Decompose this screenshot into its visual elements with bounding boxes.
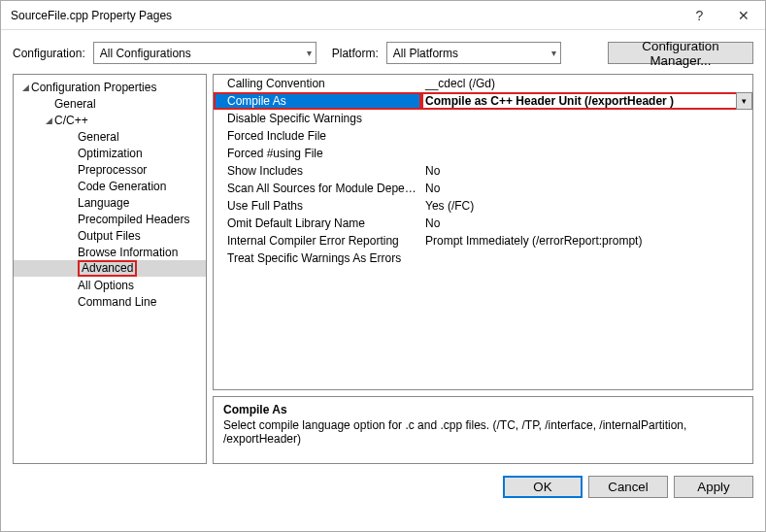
property-label: Treat Specific Warnings As Errors — [214, 251, 421, 265]
footer: OK Cancel Apply — [13, 476, 753, 498]
window-title: SourceFile.cpp Property Pages — [11, 9, 172, 22]
tree-item-label: Precompiled Headers — [78, 213, 189, 226]
property-label: Use Full Paths — [214, 199, 421, 213]
description-panel: Compile As Select compile language optio… — [213, 396, 753, 464]
property-label: Show Includes — [214, 164, 421, 178]
tree-item-label: Optimization — [78, 147, 143, 160]
property-row[interactable]: Forced #using File — [214, 145, 752, 162]
tree-item-label: Preprocessor — [78, 163, 147, 177]
ok-button[interactable]: OK — [503, 476, 583, 498]
property-label: Scan All Sources for Module Dependencies — [214, 182, 421, 195]
tree-item-label: All Options — [78, 279, 134, 292]
titlebar: SourceFile.cpp Property Pages ? ✕ — [1, 1, 765, 30]
tree-item[interactable]: Optimization — [14, 145, 206, 161]
configuration-label: Configuration: — [13, 47, 85, 60]
property-row[interactable]: Calling Convention__cdecl (/Gd) — [214, 75, 752, 92]
property-label: Disable Specific Warnings — [214, 112, 421, 125]
property-row[interactable]: Forced Include File — [214, 127, 752, 145]
property-label: Calling Convention — [214, 77, 421, 90]
description-title: Compile As — [223, 403, 743, 416]
property-value[interactable]: Yes (/FC) — [421, 199, 752, 213]
cancel-button[interactable]: Cancel — [588, 476, 668, 498]
property-label: Forced Include File — [214, 129, 421, 143]
tree-item[interactable]: Precompiled Headers — [14, 211, 206, 227]
property-row[interactable]: Omit Default Library NameNo — [214, 215, 752, 232]
tree-item-label: Language — [78, 196, 129, 210]
chevron-down-icon: ▾ — [548, 48, 556, 58]
tree-item-label: General — [78, 130, 119, 144]
help-button[interactable]: ? — [678, 1, 721, 30]
tree-panel[interactable]: ◢ Configuration Properties General◢C/C++… — [13, 74, 207, 464]
tree-item[interactable]: Command Line — [14, 293, 206, 310]
tree-item-label: General — [54, 97, 96, 111]
tree-item[interactable]: General — [14, 95, 206, 112]
property-value[interactable]: No — [421, 216, 752, 230]
tree-item-label: Code Generation — [78, 180, 166, 193]
apply-button[interactable]: Apply — [674, 476, 753, 498]
chevron-down-icon: ▾ — [742, 96, 747, 106]
property-row[interactable]: Scan All Sources for Module Dependencies… — [214, 180, 752, 197]
property-value[interactable]: Compile as C++ Header Unit (/exportHeade… — [421, 92, 752, 110]
property-row[interactable]: Treat Specific Warnings As Errors — [214, 249, 752, 267]
tree-item[interactable]: Language — [14, 194, 206, 211]
tree-item[interactable]: Browse Information — [14, 244, 206, 260]
tree-root-label: Configuration Properties — [31, 81, 156, 94]
property-value[interactable]: No — [421, 182, 752, 195]
configuration-value: All Configurations — [100, 47, 191, 60]
tree-item[interactable]: All Options — [14, 277, 206, 293]
property-row[interactable]: Show IncludesNo — [214, 162, 752, 180]
property-label: Compile As — [214, 92, 421, 110]
tree-item[interactable]: Preprocessor — [14, 161, 206, 178]
collapse-icon[interactable]: ◢ — [19, 83, 31, 92]
platform-label: Platform: — [332, 47, 379, 60]
tree-item-label: C/C++ — [54, 114, 88, 127]
property-label: Internal Compiler Error Reporting — [214, 234, 421, 248]
property-row[interactable]: Use Full PathsYes (/FC) — [214, 197, 752, 215]
tree-item[interactable]: Output Files — [14, 227, 206, 244]
property-row[interactable]: Internal Compiler Error ReportingPrompt … — [214, 232, 752, 249]
property-grid[interactable]: Calling Convention__cdecl (/Gd)Compile A… — [213, 74, 753, 390]
property-value[interactable]: __cdecl (/Gd) — [421, 77, 752, 90]
tree-item[interactable]: Advanced — [14, 260, 206, 277]
property-row[interactable]: Disable Specific Warnings — [214, 110, 752, 127]
tree-item[interactable]: ◢C/C++ — [14, 112, 206, 128]
property-value[interactable]: Prompt Immediately (/errorReport:prompt) — [421, 234, 752, 248]
configuration-manager-button[interactable]: Configuration Manager... — [608, 42, 753, 64]
tree-item-label: Output Files — [78, 229, 141, 243]
property-row[interactable]: Compile AsCompile as C++ Header Unit (/e… — [214, 92, 752, 110]
configuration-dropdown[interactable]: All Configurations ▾ — [93, 42, 316, 64]
platform-value: All Platforms — [393, 47, 458, 60]
tree-item[interactable]: Code Generation — [14, 178, 206, 194]
tree-root[interactable]: ◢ Configuration Properties — [14, 79, 206, 95]
tree-item-label: Browse Information — [78, 246, 178, 259]
dropdown-button[interactable]: ▾ — [736, 92, 752, 110]
property-label: Omit Default Library Name — [214, 216, 421, 230]
platform-dropdown[interactable]: All Platforms ▾ — [386, 42, 561, 64]
description-body: Select compile language option for .c an… — [223, 418, 743, 446]
collapse-icon[interactable]: ◢ — [43, 116, 54, 125]
tree-item-label: Command Line — [78, 295, 156, 309]
close-icon: ✕ — [738, 8, 749, 23]
property-value[interactable]: No — [421, 164, 752, 178]
close-button[interactable]: ✕ — [721, 1, 765, 30]
tree-item[interactable]: General — [14, 128, 206, 145]
property-label: Forced #using File — [214, 147, 421, 160]
chevron-down-icon: ▾ — [303, 48, 312, 58]
tree-item-label: Advanced — [78, 260, 137, 277]
config-bar: Configuration: All Configurations ▾ Plat… — [13, 42, 753, 64]
